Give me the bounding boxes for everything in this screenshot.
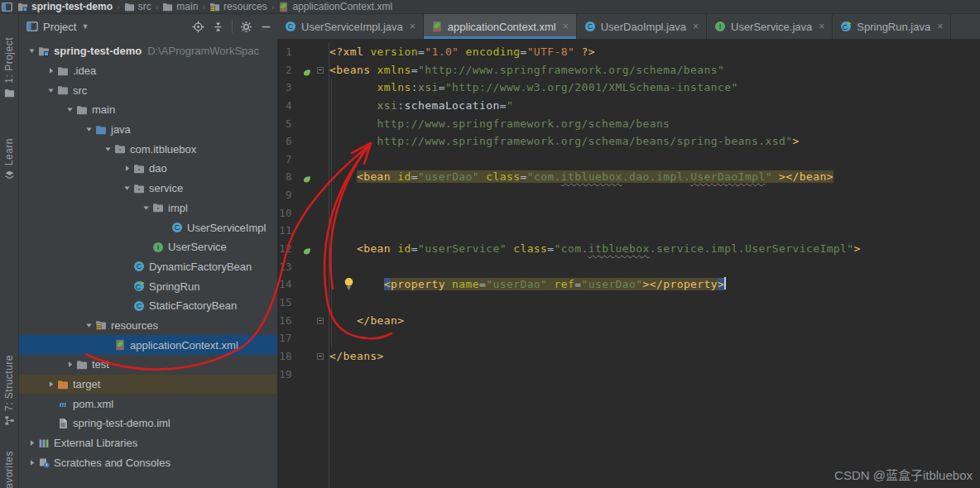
tree-item-springrun[interactable]: CSpringRun: [18, 276, 277, 296]
fold-marker[interactable]: [317, 67, 324, 74]
breadcrumb-item-resources[interactable]: resources: [209, 0, 267, 13]
close-icon[interactable]: ×: [563, 21, 569, 32]
tab-applicationcontext-xml[interactable]: applicationContext.xml×: [424, 14, 577, 39]
folder-icon: [162, 2, 173, 12]
collapse-all-button[interactable]: [212, 20, 224, 33]
code-line: http://www.springframework.org/schema/be…: [329, 132, 980, 151]
locate-button[interactable]: [192, 20, 204, 33]
close-icon[interactable]: ×: [410, 21, 416, 32]
tab-springrun-java[interactable]: CSpringRun.java×: [833, 14, 951, 39]
close-icon[interactable]: ×: [937, 21, 943, 32]
code-line: [329, 294, 980, 312]
tool-button-favorites[interactable]: Favorites: [0, 451, 18, 488]
class-run-icon: C: [133, 280, 145, 292]
fold-marker[interactable]: [317, 353, 324, 360]
line-number: 1: [277, 43, 292, 61]
spring-file-icon: [431, 21, 443, 32]
spring-bean-gutter-icon[interactable]: [302, 65, 313, 76]
tree-item-path: D:\AProgramWorkSpac: [147, 45, 259, 57]
tool-button-1-project[interactable]: 1: Project: [0, 37, 18, 98]
spring-bean-gutter-icon[interactable]: [302, 172, 313, 183]
tree-collapse-arrow[interactable]: [63, 360, 76, 369]
tree-item-label: service: [149, 182, 183, 194]
tab-label: SpringRun.java: [857, 21, 930, 33]
tab-userservice-java[interactable]: IUserService.java×: [707, 14, 833, 39]
tree-item-label: com.itbluebox: [130, 143, 196, 155]
tree-item-impl[interactable]: impl: [18, 199, 277, 218]
tree-item-resources[interactable]: resources: [18, 316, 277, 336]
tree-collapse-arrow[interactable]: [25, 458, 38, 467]
tree-expand-arrow[interactable]: [44, 86, 57, 95]
tree-item-main[interactable]: main: [18, 100, 277, 120]
code-area[interactable]: <?xml version="1.0" encoding="UTF-8" ?><…: [329, 43, 980, 383]
tab-userserviceimpl-java[interactable]: CUserServiceImpl.java×: [277, 14, 424, 39]
tree-item-label: main: [92, 103, 115, 116]
breadcrumb-item-spring-test-demo[interactable]: spring-test-demo: [17, 0, 113, 13]
tree-item-idea[interactable]: .idea: [18, 61, 277, 81]
line-number: 19: [277, 366, 292, 384]
iml-file-icon: [57, 418, 69, 429]
project-tree: spring-test-demoD:\AProgramWorkSpac.idea…: [18, 41, 277, 488]
project-panel-title[interactable]: Project: [43, 21, 76, 33]
interface-icon: I: [714, 21, 726, 32]
tool-button-7-structure[interactable]: 7: Structure: [0, 355, 18, 426]
tree-expand-arrow[interactable]: [101, 145, 114, 154]
line-number: 9: [277, 186, 292, 204]
tree-item-label: UserServiceImpl: [187, 222, 266, 234]
tree-expand-arrow[interactable]: [82, 321, 95, 330]
breadcrumb-label: spring-test-demo: [31, 1, 113, 12]
tool-button-learn[interactable]: Learn: [0, 138, 18, 180]
editor-body[interactable]: 12345678910111213141516171819 <?xml vers…: [277, 39, 980, 488]
tab-label: UserDaoImpl.java: [601, 21, 686, 33]
tab-label: UserServiceImpl.java: [301, 21, 403, 33]
tool-window-stripe: 1: ProjectLearn7: StructureFavorites: [0, 14, 19, 488]
tree-item-scratches-and-consoles[interactable]: Scratches and Consoles: [18, 452, 277, 472]
tree-item-java[interactable]: java: [18, 120, 277, 140]
editor-area[interactable]: CUserServiceImpl.java×applicationContext…: [277, 14, 980, 488]
tree-collapse-arrow[interactable]: [25, 438, 38, 447]
tree-item-com-itbluebox[interactable]: com.itbluebox: [18, 139, 277, 159]
tree-item-spring-test-demo-iml[interactable]: spring-test-demo.iml: [18, 414, 277, 433]
tree-item-src[interactable]: src: [18, 80, 277, 100]
spring-bean-gutter-icon[interactable]: [302, 244, 313, 255]
tree-expand-arrow[interactable]: [82, 125, 95, 134]
tree-item-external-libraries[interactable]: External Libraries: [18, 433, 277, 453]
fold-marker[interactable]: [317, 318, 324, 324]
settings-gear-button[interactable]: [240, 20, 252, 33]
class-icon: C: [285, 21, 296, 32]
breadcrumb-item-main[interactable]: main: [162, 0, 198, 13]
close-icon[interactable]: ×: [693, 21, 699, 32]
resources-folder-icon: [95, 319, 107, 331]
tree-item-spring-test-demo[interactable]: spring-test-demoD:\AProgramWorkSpac: [18, 41, 277, 61]
tree-expand-arrow[interactable]: [120, 184, 133, 193]
tool-learn-icon: [4, 170, 15, 180]
tree-item-dao[interactable]: dao: [18, 159, 277, 179]
line-number: 11: [277, 222, 292, 240]
chevron-down-icon[interactable]: ▼: [81, 22, 89, 31]
tree-item-target[interactable]: target: [18, 375, 277, 395]
tree-item-test[interactable]: test: [18, 355, 277, 375]
tree-item-service[interactable]: service: [18, 179, 277, 199]
tree-expand-arrow[interactable]: [139, 203, 152, 213]
tree-collapse-arrow[interactable]: [44, 66, 57, 75]
hide-panel-button[interactable]: [260, 20, 272, 33]
breadcrumb-item-src[interactable]: src: [124, 0, 151, 13]
close-icon[interactable]: ×: [819, 21, 824, 32]
breadcrumb-item-applicationcontext-xml[interactable]: applicationContext.xml: [278, 0, 392, 13]
tree-item-pom-xml[interactable]: mpom.xml: [18, 394, 277, 414]
code-line: [329, 258, 980, 276]
tree-item-dynamicfactorybean[interactable]: CDynamicFactoryBean: [18, 257, 277, 277]
intention-bulb-icon[interactable]: [343, 277, 354, 291]
tree-item-userservice[interactable]: IUserService: [18, 237, 277, 257]
tree-expand-arrow[interactable]: [25, 46, 38, 55]
libraries-icon: [38, 438, 50, 449]
tree-item-userserviceimpl[interactable]: CUserServiceImpl: [18, 218, 277, 237]
resources-folder-icon: [209, 2, 220, 12]
code-line: xmlns:xsi="http://www.w3.org/2001/XMLSch…: [329, 79, 980, 97]
tab-userdaoimpl-java[interactable]: CUserDaoImpl.java×: [577, 14, 707, 39]
tree-item-applicationcontext-xml[interactable]: applicationContext.xml: [18, 335, 277, 355]
tree-collapse-arrow[interactable]: [120, 164, 133, 173]
tree-item-staticfactorybean[interactable]: CStaticFactoryBean: [18, 296, 277, 316]
tree-expand-arrow[interactable]: [63, 105, 76, 114]
tree-collapse-arrow[interactable]: [44, 380, 57, 389]
